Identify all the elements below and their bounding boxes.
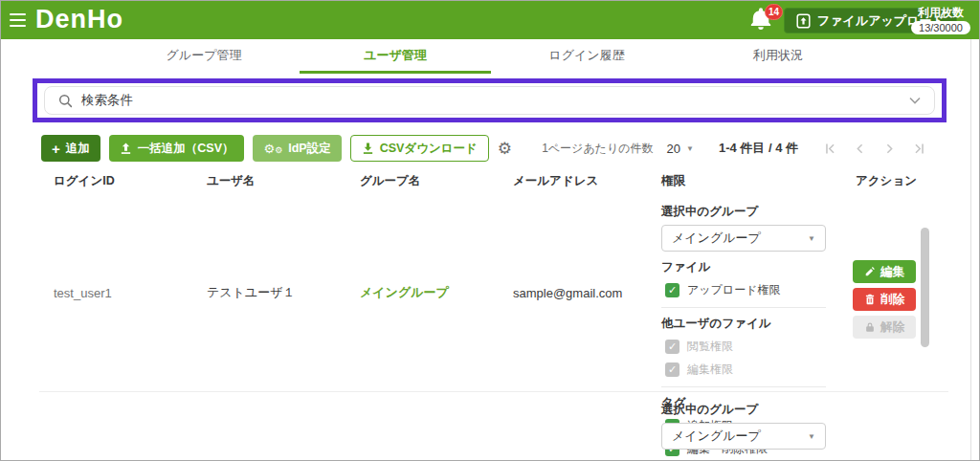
checkbox-view-permission (665, 340, 679, 354)
search-conditions-field[interactable]: 検索条件 (44, 86, 935, 115)
plus-icon: + (52, 141, 60, 157)
cell-login-id: test_user1 (54, 286, 112, 300)
group-select-dropdown[interactable]: メイングループ ▼ (661, 225, 826, 252)
upload-permission-label: アップロード権限 (687, 282, 780, 298)
tab-login-history[interactable]: ログイン履歴 (491, 39, 682, 74)
idp-settings-label: IdP設定 (288, 141, 330, 157)
csv-download-button[interactable]: CSVダウンロード (350, 135, 489, 162)
col-header-user-name: ユーザ名 (207, 173, 256, 189)
other-users-files-label: 他ユーザのファイル (661, 316, 826, 332)
col-header-email: メールアドレス (513, 173, 598, 189)
col-header-permissions: 権限 (661, 173, 685, 189)
divider (661, 307, 826, 308)
col-header-group-name: グループ名 (360, 173, 420, 189)
divider (661, 386, 826, 387)
group-select-value: メイングループ (672, 230, 761, 247)
upload-arrow-icon (120, 143, 132, 155)
selected-group-label: 選択中のグループ (661, 204, 826, 220)
trash-icon (864, 294, 876, 305)
last-page-button[interactable] (910, 140, 927, 157)
pagination-range: 1-4 件目 / 4 件 (719, 140, 798, 157)
csv-download-label: CSVダウンロード (380, 141, 478, 157)
table-settings-gear-icon[interactable]: ⚙ (498, 141, 512, 157)
per-page-label: 1ページあたりの件数 (542, 141, 653, 157)
hamburger-menu-icon[interactable] (10, 13, 26, 27)
delete-button-label: 削除 (880, 292, 904, 308)
previous-page-button[interactable] (851, 140, 868, 157)
cell-user-name: テストユーザ１ (207, 284, 296, 301)
tab-group-management[interactable]: グループ管理 (108, 39, 300, 74)
lock-icon (864, 321, 876, 333)
file-upload-icon (796, 13, 811, 29)
file-section-label: ファイル (661, 259, 826, 275)
group-select-value: メイングループ (672, 428, 761, 445)
caret-down-icon: ▼ (808, 234, 815, 243)
search-highlight-box: 検索条件 (33, 78, 947, 122)
edit-button[interactable]: 編集 (853, 260, 916, 283)
pagination-bar: 1ページあたりの件数 20 ▼ 1-4 件目 / 4 件 (542, 135, 927, 162)
table-toolbar: + 追加 一括追加（CSV） ⚙⚙ IdP設定 CSVダウンロード ⚙ (41, 135, 512, 162)
col-header-login-id: ログインID (54, 173, 115, 189)
add-user-label: 追加 (66, 141, 90, 157)
first-page-button[interactable] (821, 140, 838, 157)
usage-value: 13/30000 (911, 21, 970, 34)
col-header-actions: アクション (856, 173, 917, 189)
app-window: DenHo 14 ファイルアップロード 利用枚数 13/30000 グループ管理… (0, 0, 980, 461)
permissions-cell: 選択中のグループ メイングループ ▼ ファイル (661, 402, 826, 461)
table-row: test_user1 テストユーザ１ メイングループ sample@gmail.… (1, 194, 970, 391)
notification-badge: 14 (765, 4, 783, 20)
unlock-button: 解除 (853, 316, 916, 339)
group-select-dropdown[interactable]: メイングループ ▼ (661, 423, 826, 450)
cell-group-name: メイングループ (360, 284, 449, 301)
selected-group-label: 選択中のグループ (661, 402, 826, 418)
gears-icon: ⚙⚙ (263, 143, 282, 155)
bulk-add-label: 一括追加（CSV） (138, 141, 234, 157)
usage-label: 利用枚数 (911, 5, 970, 20)
cell-email: sample@gmail.com (513, 286, 622, 300)
usage-counter: 利用枚数 13/30000 (911, 5, 970, 34)
checkbox-edit-permission (665, 362, 679, 377)
add-user-button[interactable]: + 追加 (41, 135, 100, 162)
actions-cell: 編集 削除 解除 (853, 260, 916, 343)
download-arrow-icon (362, 143, 374, 155)
brand-logo: DenHo (35, 5, 123, 34)
notifications-button[interactable]: 14 (750, 8, 779, 34)
edit-button-label: 編集 (880, 264, 904, 280)
unlock-button-label: 解除 (880, 319, 904, 336)
next-page-button[interactable] (880, 140, 898, 157)
search-placeholder: 検索条件 (81, 92, 901, 109)
caret-down-icon: ▼ (808, 432, 815, 441)
pencil-icon (864, 266, 876, 277)
table-row: 選択中のグループ メイングループ ▼ ファイル (1, 392, 970, 461)
tab-user-management[interactable]: ユーザ管理 (300, 39, 491, 74)
checkbox-upload-permission[interactable] (665, 283, 679, 297)
per-page-select[interactable]: 20 ▼ (667, 142, 694, 156)
caret-down-icon: ▼ (686, 144, 694, 153)
file-section-label: ファイル (661, 457, 826, 461)
view-permission-label: 閲覧権限 (687, 339, 733, 355)
bulk-add-csv-button[interactable]: 一括追加（CSV） (109, 135, 245, 162)
edit-permission-label: 編集権限 (687, 362, 733, 378)
main-tabs: グループ管理 ユーザ管理 ログイン履歴 利用状況 (108, 39, 874, 74)
chevron-down-icon[interactable] (909, 97, 921, 104)
per-page-value: 20 (667, 142, 680, 156)
search-icon (58, 94, 73, 108)
tab-usage-status[interactable]: 利用状況 (682, 39, 874, 74)
idp-settings-button[interactable]: ⚙⚙ IdP設定 (253, 135, 341, 162)
page-scrollbar-track[interactable] (970, 39, 971, 460)
table-scrollbar-thumb[interactable] (921, 228, 929, 347)
app-header: DenHo 14 ファイルアップロード 利用枚数 13/30000 (1, 1, 979, 39)
delete-button[interactable]: 削除 (853, 288, 916, 311)
